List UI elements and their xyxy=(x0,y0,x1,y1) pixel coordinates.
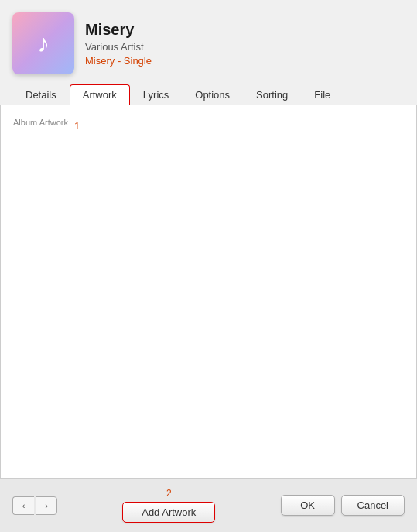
album-art-thumbnail: ♪ xyxy=(12,12,74,74)
track-artist: Various Artist xyxy=(85,41,152,53)
action-buttons: OK Cancel xyxy=(281,495,405,516)
album-artwork-label: Album Artwork xyxy=(13,118,68,127)
tab-options[interactable]: Options xyxy=(182,84,243,105)
add-artwork-badge: 2 xyxy=(166,488,172,499)
tab-bar: Details Artwork Lyrics Options Sorting F… xyxy=(0,84,417,105)
album-artwork-row: Album Artwork 1 xyxy=(13,118,404,133)
content-area: Album Artwork 1 xyxy=(0,105,417,478)
tab-details[interactable]: Details xyxy=(12,84,70,105)
next-button[interactable]: › xyxy=(36,496,57,515)
add-artwork-button[interactable]: Add Artwork xyxy=(122,502,215,523)
header: ♪ Misery Various Artist Misery - Single xyxy=(0,0,417,84)
ok-button[interactable]: OK xyxy=(281,495,335,516)
artwork-count-badge: 1 xyxy=(74,120,80,132)
music-note-icon: ♪ xyxy=(37,29,50,58)
track-title: Misery xyxy=(85,21,152,39)
bottom-bar: ‹ › 2 Add Artwork OK Cancel xyxy=(0,478,417,532)
track-album: Misery - Single xyxy=(85,55,152,67)
tab-lyrics[interactable]: Lyrics xyxy=(130,84,182,105)
tab-artwork[interactable]: Artwork xyxy=(70,84,130,105)
prev-button[interactable]: ‹ xyxy=(12,496,34,515)
nav-buttons: ‹ › xyxy=(12,496,57,515)
tab-sorting[interactable]: Sorting xyxy=(243,84,301,105)
dialog: ♪ Misery Various Artist Misery - Single … xyxy=(0,0,417,532)
cancel-button[interactable]: Cancel xyxy=(341,495,405,516)
add-artwork-section: 2 Add Artwork xyxy=(122,488,215,523)
tab-file[interactable]: File xyxy=(301,84,344,105)
track-info: Misery Various Artist Misery - Single xyxy=(85,21,152,67)
